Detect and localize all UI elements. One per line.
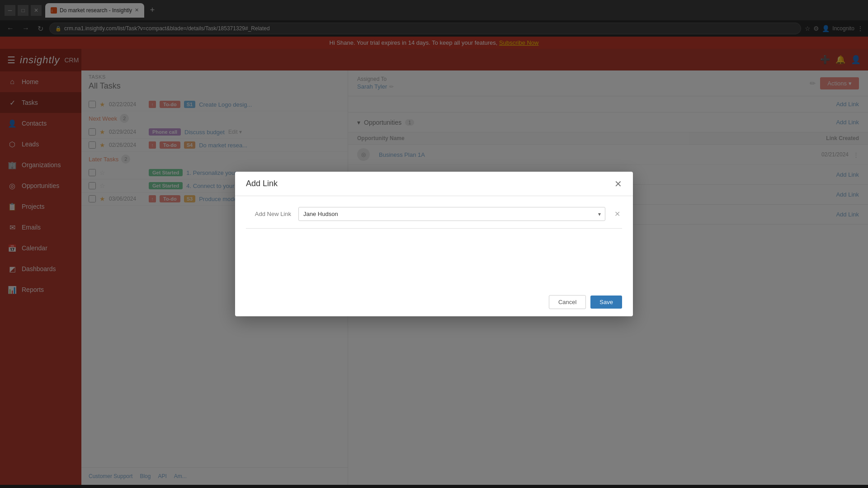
- clear-button[interactable]: ✕: [613, 210, 622, 218]
- link-select[interactable]: Jane Hudson: [298, 207, 605, 221]
- modal-overlay[interactable]: Add Link ✕ Add New Link Jane Hudson ▾ ✕ …: [0, 0, 868, 488]
- modal-divider: [246, 228, 622, 229]
- modal-close-button[interactable]: ✕: [614, 179, 622, 188]
- cancel-button[interactable]: Cancel: [549, 295, 586, 309]
- modal-header: Add Link ✕: [235, 172, 633, 196]
- add-new-link-label: Add New Link: [246, 211, 291, 217]
- modal-footer: Cancel Save: [235, 288, 633, 316]
- save-button[interactable]: Save: [590, 296, 622, 309]
- add-link-modal: Add Link ✕ Add New Link Jane Hudson ▾ ✕ …: [235, 172, 633, 316]
- modal-body: Add New Link Jane Hudson ▾ ✕: [235, 196, 633, 288]
- modal-title: Add Link: [246, 179, 278, 188]
- link-select-wrapper: Jane Hudson ▾: [298, 207, 605, 221]
- add-new-link-row: Add New Link Jane Hudson ▾ ✕: [246, 207, 622, 221]
